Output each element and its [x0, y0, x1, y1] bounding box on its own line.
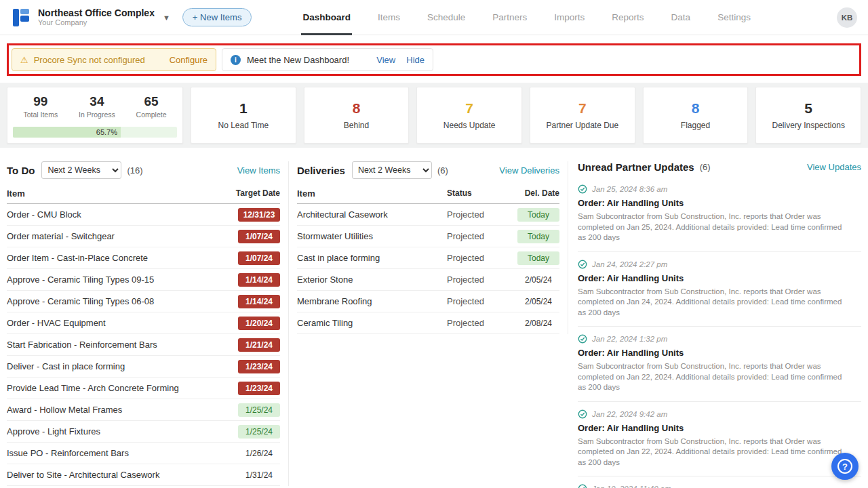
needs-update-value: 7: [465, 100, 473, 117]
stats-band: 99 Total Items 34 In Progress 65 Complet…: [0, 83, 868, 148]
deliveries-panel: Deliveries Next 2 Weeks (6) View Deliver…: [289, 161, 568, 334]
todo-row[interactable]: Issue PO - Reinforcement Bars 1/26/24: [7, 443, 280, 464]
view-button[interactable]: View: [376, 55, 395, 65]
project-switcher[interactable]: Northeast Office Complex Your Company: [38, 7, 155, 27]
stat-card-behind[interactable]: 8 Behind: [304, 87, 410, 144]
info-icon: i: [231, 55, 241, 65]
target-date-badge: 1/07/24: [238, 251, 280, 265]
target-date-badge: 1/14/24: [238, 295, 280, 308]
delivery-row[interactable]: Architectural Casework Projected Today: [297, 204, 559, 226]
delivery-item-label: Exterior Stone: [297, 274, 447, 285]
main-content: To Do Next 2 Weeks (16) View Items Item …: [0, 161, 868, 488]
delivery-inspections-label: Delivery Inspections: [772, 121, 845, 130]
delivery-item-label: Cast in place forming: [297, 253, 447, 263]
stat-card-partner-update-due[interactable]: 7 Partner Update Due: [530, 87, 635, 144]
todo-row[interactable]: Order - CMU Block 12/31/23: [7, 204, 280, 226]
question-mark-icon: ?: [837, 459, 852, 474]
delivery-status: Projected: [447, 318, 512, 328]
update-item[interactable]: Jan 19, 2024 11:40 am Order: Air Handlin…: [578, 476, 861, 488]
help-button[interactable]: ?: [831, 453, 859, 480]
todo-col-item: Item: [7, 188, 236, 199]
todo-row[interactable]: Start Fabrication - Reinforcement Bars 1…: [7, 334, 280, 356]
target-date-badge: 1/07/24: [238, 230, 280, 243]
delivery-item-label: Stormwater Utilities: [297, 231, 447, 241]
flagged-value: 8: [692, 100, 700, 117]
progress-fill: 65.7%: [13, 127, 121, 138]
check-circle-icon: [578, 260, 587, 269]
todo-item-label: Approve - Ceramic Tiling Types 06-08: [7, 296, 238, 306]
in-progress-label: In Progress: [79, 110, 115, 119]
todo-item-label: Award - Hollow Metal Frames: [7, 405, 238, 415]
in-progress-value: 34: [79, 94, 115, 109]
target-date-badge: 1/14/24: [238, 273, 280, 287]
todo-row[interactable]: Deliver to Site - Architectural Casework…: [7, 464, 280, 486]
stat-in-progress: 34 In Progress: [79, 94, 115, 123]
stat-card-delivery-inspections[interactable]: 5 Delivery Inspections: [755, 87, 861, 144]
delivery-status: Projected: [447, 253, 512, 263]
company-name: Your Company: [38, 18, 155, 27]
deliveries-table-header: Item Status Del. Date: [297, 188, 559, 204]
tab-reports[interactable]: Reports: [610, 0, 645, 35]
view-deliveries-link[interactable]: View Deliveries: [499, 165, 559, 176]
deliveries-col-date: Del. Date: [512, 188, 559, 199]
updates-header: Unread Partner Updates (6) View Updates: [578, 161, 861, 173]
delivery-row[interactable]: Stormwater Utilities Projected Today: [297, 226, 559, 247]
todo-filter-select[interactable]: Next 2 Weeks: [41, 161, 121, 179]
check-circle-icon: [578, 334, 587, 344]
chevron-down-icon[interactable]: ▼: [163, 14, 170, 22]
tab-dashboard[interactable]: Dashboard: [301, 0, 352, 35]
todo-col-target-date: Target Date: [236, 188, 280, 199]
todo-row[interactable]: Approve - Ceramic Tiling Types 09-15 1/1…: [7, 269, 280, 291]
update-item[interactable]: Jan 25, 2024 8:36 am Order: Air Handling…: [578, 177, 861, 252]
update-item[interactable]: Jan 24, 2024 2:27 pm Order: Air Handling…: [578, 252, 861, 327]
todo-row[interactable]: Approve - Ceramic Tiling Types 06-08 1/1…: [7, 291, 280, 312]
stat-total-items: 99 Total Items: [23, 94, 58, 123]
delivery-status: Projected: [447, 231, 512, 241]
todo-row[interactable]: Order - HVAC Equipment 1/20/24: [7, 312, 280, 334]
deliveries-count: (6): [437, 165, 448, 176]
tab-data[interactable]: Data: [670, 0, 692, 35]
complete-value: 65: [136, 94, 167, 109]
deliveries-header: Deliveries Next 2 Weeks (6) View Deliver…: [297, 161, 559, 179]
view-updates-link[interactable]: View Updates: [807, 162, 861, 172]
stat-card-flagged[interactable]: 8 Flagged: [643, 87, 749, 144]
todo-item-label: Provide Lead Time - Arch Concrete Formin…: [7, 383, 238, 393]
tab-imports[interactable]: Imports: [553, 0, 586, 35]
todo-row[interactable]: Deliver - Cast in place forming 1/23/24: [7, 356, 280, 378]
delivery-row[interactable]: Ceramic Tiling Projected 2/08/24: [297, 312, 559, 334]
delivery-status: Projected: [447, 209, 512, 220]
update-item[interactable]: Jan 22, 2024 1:32 pm Order: Air Handling…: [578, 327, 861, 402]
delivery-row[interactable]: Membrane Roofing Projected 2/05/24: [297, 291, 559, 312]
new-items-button[interactable]: + New Items: [182, 8, 252, 26]
deliveries-filter-select[interactable]: Next 2 Weeks: [352, 161, 432, 179]
hide-button[interactable]: Hide: [406, 55, 425, 65]
main-nav: Dashboard Items Schedule Partners Import…: [289, 0, 837, 35]
procore-banner-text: Procore Sync not configured: [34, 55, 160, 65]
stat-card-no-lead-time[interactable]: 1 No Lead Time: [191, 87, 296, 144]
app-logo[interactable]: [11, 7, 31, 28]
todo-row[interactable]: Approve - Light Fixtures 1/25/24: [7, 421, 280, 443]
tab-items[interactable]: Items: [376, 0, 401, 35]
delivery-date-text: 2/05/24: [517, 273, 559, 287]
check-circle-icon: [578, 484, 587, 488]
tab-settings[interactable]: Settings: [716, 0, 752, 35]
warning-icon: ⚠: [20, 55, 28, 65]
stat-card-needs-update[interactable]: 7 Needs Update: [416, 87, 522, 144]
todo-item-label: Deliver to Site - Architectural Casework: [7, 470, 238, 480]
view-items-link[interactable]: View Items: [237, 165, 280, 176]
delivery-row[interactable]: Cast in place forming Projected Today: [297, 247, 559, 269]
todo-row[interactable]: Order Item - Cast-in-Place Concrete 1/07…: [7, 247, 280, 269]
delivery-date-badge: Today: [517, 208, 559, 222]
check-circle-icon: [578, 184, 587, 194]
todo-row[interactable]: Order material - Switchgear 1/07/24: [7, 226, 280, 247]
todo-row[interactable]: Award - Hollow Metal Frames 1/25/24: [7, 399, 280, 421]
tab-partners[interactable]: Partners: [491, 0, 528, 35]
user-avatar[interactable]: KB: [837, 7, 857, 28]
update-item[interactable]: Jan 22, 2024 9:42 am Order: Air Handling…: [578, 402, 861, 477]
configure-button[interactable]: Configure: [170, 55, 208, 65]
total-items-value: 99: [23, 94, 58, 109]
check-circle-icon: [578, 409, 587, 419]
tab-schedule[interactable]: Schedule: [426, 0, 467, 35]
delivery-row[interactable]: Exterior Stone Projected 2/05/24: [297, 269, 559, 291]
todo-row[interactable]: Provide Lead Time - Arch Concrete Formin…: [7, 378, 280, 399]
